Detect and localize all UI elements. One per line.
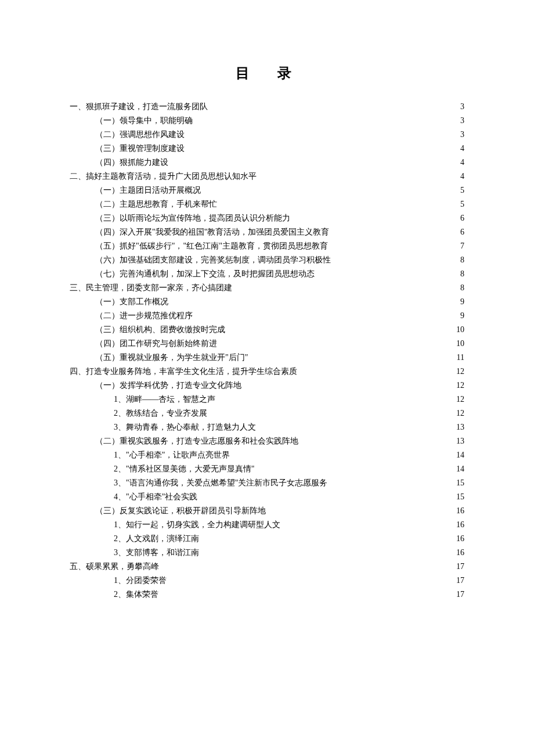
toc-entry: 2、人文戏剧，演绎江南16	[70, 532, 464, 546]
toc-entry: 1、湖畔——杏坛，智慧之声12	[70, 393, 464, 406]
toc-entry: 三、民主管理，团委支部一家亲，齐心搞团建8	[70, 281, 464, 295]
toc-entry-page: 16	[455, 546, 464, 560]
toc-entry-text: 五、硕果累累，勇攀高峰	[70, 560, 159, 574]
toc-entry: 二、搞好主题教育活动，提升广大团员思想认知水平4	[70, 170, 464, 183]
toc-entry-page: 3	[459, 128, 464, 142]
toc-entry-text: （一）主题团日活动开展概况	[95, 183, 201, 197]
toc-entry-text: （一）发挥学科优势，打造专业文化阵地	[95, 379, 241, 393]
toc-entry-page: 6	[459, 211, 464, 225]
toc-entry-page: 13	[455, 434, 464, 448]
toc-entry: （二）强调思想作风建设3	[70, 128, 464, 142]
toc-entry-text: 三、民主管理，团委支部一家亲，齐心搞团建	[70, 281, 232, 295]
toc-entry-page: 14	[455, 462, 464, 476]
toc-entry: （七）完善沟通机制，加深上下交流，及时把握团员思想动态8	[70, 267, 464, 281]
toc-entry: 3、"语言沟通你我，关爱点燃希望"关注新市民子女志愿服务15	[70, 476, 464, 490]
toc-entry-page: 17	[455, 588, 464, 602]
toc-entry-page: 7	[459, 239, 464, 253]
toc-entry-page: 10	[455, 323, 464, 337]
toc-entry-text: （四）狠抓能力建设	[95, 156, 168, 170]
toc-title: 目 录	[70, 64, 464, 82]
toc-entry-text: （三）以听雨论坛为宣传阵地，提高团员认识分析能力	[95, 211, 290, 225]
toc-entry-text: （四）深入开展"我爱我的祖国"教育活动，加强团员爱国主义教育	[95, 225, 329, 239]
toc-entry-text: 一、狠抓班子建设，打造一流服务团队	[70, 100, 208, 114]
toc-entry-text: 1、湖畔——杏坛，智慧之声	[114, 393, 215, 406]
toc-entry-text: 2、"情系社区显美德，大爱无声显真情"	[114, 462, 254, 476]
toc-entry-text: 3、"语言沟通你我，关爱点燃希望"关注新市民子女志愿服务	[114, 476, 327, 490]
toc-entry-text: 四、打造专业服务阵地，丰富学生文化生活，提升学生综合素质	[70, 365, 297, 379]
toc-entry-text: 3、舞动青春，热心奉献，打造魅力人文	[114, 420, 256, 434]
toc-entry-page: 9	[459, 309, 464, 323]
toc-entry-text: （三）反复实践论证，积极开辟团员引导新阵地	[95, 504, 266, 518]
toc-entry: （四）团工作研究与创新始终前进10	[70, 337, 464, 351]
toc-entry-page: 3	[459, 100, 464, 114]
toc-entry-page: 17	[455, 560, 464, 574]
toc-entry-text: （五）重视就业服务，为学生就业开"后门"	[95, 351, 248, 365]
toc-entry-page: 8	[459, 253, 464, 267]
toc-entry: （二）主题思想教育，手机来帮忙5	[70, 197, 464, 211]
toc-entry-text: 1、"心手相牵"，让歌声点亮世界	[114, 448, 230, 462]
toc-entry: （一）支部工作概况9	[70, 295, 464, 309]
toc-entry-text: 1、分团委荣誉	[114, 574, 167, 588]
toc-entry-text: 2、集体荣誉	[114, 588, 158, 602]
toc-entry-page: 4	[459, 156, 464, 170]
toc-entry-text: （二）进一步规范推优程序	[95, 309, 193, 323]
toc-entry: 四、打造专业服务阵地，丰富学生文化生活，提升学生综合素质12	[70, 365, 464, 379]
toc-entry-text: （二）主题思想教育，手机来帮忙	[95, 197, 217, 211]
toc-entry: （四）狠抓能力建设4	[70, 156, 464, 170]
toc-entry: 五、硕果累累，勇攀高峰17	[70, 560, 464, 574]
toc-entry-page: 12	[455, 365, 464, 379]
toc-entry: （五）重视就业服务，为学生就业开"后门"11	[70, 351, 464, 365]
toc-entry-text: 二、搞好主题教育活动，提升广大团员思想认知水平	[70, 170, 257, 183]
toc-entry: 1、知行一起，切身实践，全力构建调研型人文16	[70, 518, 464, 532]
toc-entry-text: （四）团工作研究与创新始终前进	[95, 337, 217, 351]
toc-entry-text: （一）支部工作概况	[95, 295, 168, 309]
toc-entry-text: 4、"心手相牵"社会实践	[114, 490, 197, 504]
toc-entry-page: 10	[455, 337, 464, 351]
toc-entry-page: 5	[459, 197, 464, 211]
toc-entry-page: 11	[456, 351, 464, 365]
toc-entry: （三）重视管理制度建设4	[70, 142, 464, 156]
toc-entry-text: （三）组织机构、团费收缴按时完成	[95, 323, 225, 337]
toc-entry-page: 16	[455, 532, 464, 546]
toc-entry-text: （六）加强基础团支部建设，完善奖惩制度，调动团员学习积极性	[95, 253, 331, 267]
toc-entry: 2、"情系社区显美德，大爱无声显真情"14	[70, 462, 464, 476]
toc-entry-page: 12	[455, 406, 464, 420]
toc-entry-page: 3	[459, 114, 464, 128]
toc-entry-text: （二）强调思想作风建设	[95, 128, 185, 142]
toc-entry: 1、"心手相牵"，让歌声点亮世界14	[70, 448, 464, 462]
toc-entry-text: 2、教练结合，专业齐发展	[114, 406, 207, 420]
toc-container: 一、狠抓班子建设，打造一流服务团队3（一）领导集中，职能明确3（二）强调思想作风…	[70, 100, 464, 602]
toc-entry-page: 16	[455, 504, 464, 518]
toc-entry-page: 16	[455, 518, 464, 532]
toc-entry-text: 2、人文戏剧，演绎江南	[114, 532, 199, 546]
toc-entry: （一）领导集中，职能明确3	[70, 114, 464, 128]
toc-entry-text: （三）重视管理制度建设	[95, 142, 185, 156]
toc-entry-page: 13	[455, 420, 464, 434]
toc-entry-page: 14	[455, 448, 464, 462]
toc-entry-page: 8	[459, 281, 464, 295]
toc-entry-page: 4	[459, 142, 464, 156]
toc-entry: 4、"心手相牵"社会实践15	[70, 490, 464, 504]
toc-entry-text: （二）重视实践服务，打造专业志愿服务和社会实践阵地	[95, 434, 298, 448]
toc-entry-page: 9	[459, 295, 464, 309]
toc-entry-page: 15	[455, 490, 464, 504]
toc-entry-page: 15	[455, 476, 464, 490]
toc-entry-page: 6	[459, 225, 464, 239]
toc-entry-page: 17	[455, 574, 464, 588]
toc-entry-page: 12	[455, 393, 464, 406]
toc-entry-text: （七）完善沟通机制，加深上下交流，及时把握团员思想动态	[95, 267, 315, 281]
toc-entry-text: （五）抓好"低碳步行"，"红色江南"主题教育，贯彻团员思想教育	[95, 239, 328, 253]
toc-entry-page: 12	[455, 379, 464, 393]
toc-entry: 一、狠抓班子建设，打造一流服务团队3	[70, 100, 464, 114]
toc-entry: （六）加强基础团支部建设，完善奖惩制度，调动团员学习积极性8	[70, 253, 464, 267]
toc-entry: （三）组织机构、团费收缴按时完成10	[70, 323, 464, 337]
toc-entry-page: 8	[459, 267, 464, 281]
toc-entry-page: 4	[459, 170, 464, 183]
toc-entry: （三）以听雨论坛为宣传阵地，提高团员认识分析能力6	[70, 211, 464, 225]
toc-entry: 3、支部博客，和谐江南16	[70, 546, 464, 560]
toc-entry-text: 1、知行一起，切身实践，全力构建调研型人文	[114, 518, 280, 532]
toc-entry: 3、舞动青春，热心奉献，打造魅力人文13	[70, 420, 464, 434]
toc-entry: （一）发挥学科优势，打造专业文化阵地12	[70, 379, 464, 393]
toc-entry-text: 3、支部博客，和谐江南	[114, 546, 199, 560]
toc-entry: （五）抓好"低碳步行"，"红色江南"主题教育，贯彻团员思想教育7	[70, 239, 464, 253]
